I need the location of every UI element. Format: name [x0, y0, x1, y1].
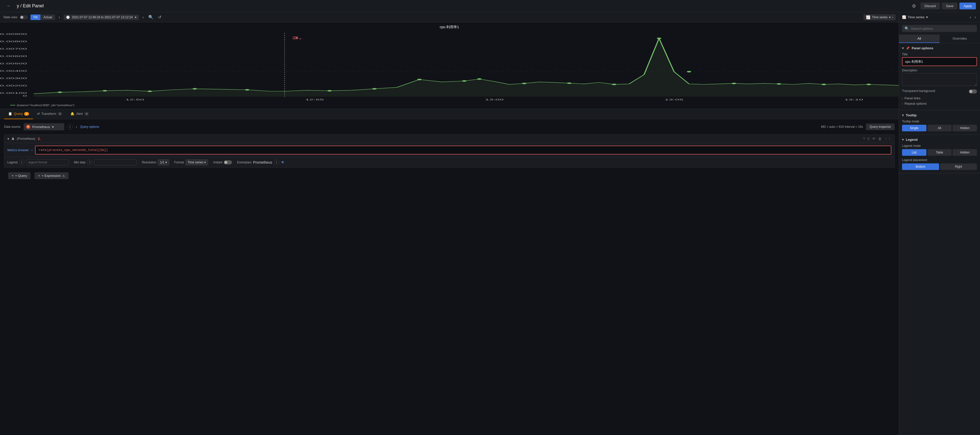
min-step-input[interactable] — [94, 159, 137, 166]
panel-nav-prev[interactable]: ‹ — [969, 14, 972, 21]
eye-icon2[interactable]: 👁 — [281, 160, 285, 164]
tab-transform[interactable]: ⇄ Transform 0 — [33, 109, 67, 119]
metrics-browser-link[interactable]: Metrics browser — [7, 148, 29, 152]
fill-button[interactable]: Fill — [30, 14, 40, 20]
svg-text:0.00900: 0.00900 — [0, 33, 27, 35]
resolution-select[interactable]: 1/1 ▾ — [158, 159, 169, 166]
legend-hidden-btn[interactable]: Hidden — [953, 149, 977, 156]
time-nav-prev[interactable]: ‹ — [58, 14, 61, 21]
instant-label: Instant — [213, 161, 222, 164]
chart-svg: 0.00900 0.00800 0.00700 0.00600 0.00500 … — [0, 30, 899, 99]
format-select[interactable]: Time series ▾ — [185, 159, 208, 166]
time-range-picker[interactable]: 🕐 2021-07-07 12:46:24 to 2021-07-07 13:1… — [64, 14, 139, 20]
datasource-select[interactable]: P Prometheus ▾ — [24, 123, 64, 130]
panel-links-row[interactable]: › Panel links — [902, 96, 977, 100]
time-nav-next[interactable]: › — [142, 14, 145, 21]
resolution-label: Resolution — [142, 161, 156, 164]
repeat-options-row[interactable]: › Repeat options — [902, 102, 977, 105]
add-expression-button[interactable]: + + Expression ⚠ — [35, 172, 68, 179]
header-left: ← y / Edit Panel — [4, 2, 44, 10]
panel-links-label: Panel links — [905, 96, 921, 100]
tab-all[interactable]: All — [899, 35, 940, 43]
query-inspector-button[interactable]: Query inspector — [866, 123, 895, 130]
search-icon: 🔍 — [905, 26, 909, 30]
search-box: 🔍 — [902, 25, 977, 32]
chevron-right-icon: › — [892, 16, 893, 19]
tab-query[interactable]: 📋 Query 1 — [4, 109, 33, 119]
viz-label-right: Time series — [908, 15, 924, 19]
query-datasource: (Prometheus) — [17, 137, 35, 140]
help-icon[interactable]: ? — [863, 137, 865, 141]
legend-info-btn[interactable]: i — [19, 159, 25, 165]
tooltip-single-btn[interactable]: Single — [902, 125, 926, 131]
legend-input[interactable] — [26, 159, 69, 166]
actual-button[interactable]: Actual — [40, 14, 55, 20]
legend-list-btn[interactable]: List — [902, 149, 926, 156]
info-button[interactable]: i — [67, 124, 73, 129]
query-number: 2. — [38, 137, 41, 141]
alert-icon: 🔔 — [70, 112, 75, 116]
apply-button[interactable]: Apply — [959, 3, 976, 10]
legend-right-btn[interactable]: Right — [940, 163, 977, 170]
instant-toggle[interactable] — [224, 160, 232, 164]
settings-button[interactable]: ⚙ — [909, 2, 918, 10]
tab-overrides[interactable]: Overrides — [940, 35, 980, 43]
viz-selector-right[interactable]: 📈 Time series ▾ — [902, 15, 928, 19]
zoom-out-icon[interactable]: 🔍 — [147, 14, 154, 21]
save-button[interactable]: Save — [942, 3, 958, 10]
plus-icon2: + — [38, 174, 40, 178]
svg-text:0.00600: 0.00600 — [0, 55, 27, 57]
exemplars-info-btn[interactable]: i — [274, 159, 279, 165]
panel-nav-next[interactable]: › — [974, 14, 977, 21]
tab-alert-label: Alert — [76, 112, 83, 116]
search-input[interactable] — [911, 27, 974, 30]
transparent-bg-toggle[interactable] — [969, 89, 977, 94]
prometheus-icon: P — [26, 125, 30, 129]
repeat-options-arrow: › — [902, 102, 903, 105]
refresh-icon[interactable]: ↺ — [157, 14, 162, 21]
query-icon: 📋 — [8, 112, 12, 116]
legend-table-btn[interactable]: Table — [928, 149, 952, 156]
chart-toolbar: Table view Fill Actual ‹ 🕐 2021-07-07 12… — [0, 12, 899, 22]
tooltip-collapse-arrow[interactable]: ▾ — [902, 113, 904, 117]
time-range-text: 2021-07-07 12:46:24 to 2021-07-07 13:12:… — [72, 16, 133, 19]
min-step-info-btn[interactable]: i — [87, 159, 92, 165]
query-options-link[interactable]: Query options — [80, 125, 99, 129]
transparent-bg-row: Transparent background — [902, 89, 977, 94]
legend-collapse-arrow[interactable]: ▾ — [902, 138, 904, 142]
metrics-arrow: › — [32, 148, 32, 152]
delete-icon[interactable]: 🗑 — [878, 137, 882, 141]
transform-icon: ⇄ — [37, 112, 40, 116]
collapse-icon[interactable]: ▾ — [7, 137, 9, 141]
back-button[interactable]: ← — [4, 2, 14, 10]
format-label: Format — [174, 161, 184, 164]
tooltip-all-btn[interactable]: All — [928, 125, 952, 131]
bottom-action-row: + + Query + + Expression ⚠ — [4, 170, 895, 182]
tab-query-label: Query — [14, 112, 22, 116]
drag-icon[interactable]: ⋮⋮ — [884, 137, 891, 141]
collapse-arrow[interactable]: ▾ — [902, 46, 904, 50]
query-input[interactable]: rate(process_cpu_seconds_total[1m]) — [35, 146, 891, 155]
add-query-button[interactable]: + + Query — [8, 172, 30, 179]
query-row-actions: ? ⎘ 👁 🗑 ⋮⋮ — [863, 137, 891, 141]
discard-button[interactable]: Discard — [921, 3, 940, 10]
title-input[interactable] — [902, 57, 977, 66]
legend-field-group: Legend i — [7, 159, 69, 166]
clock-icon: 🕐 — [66, 16, 70, 19]
tab-alert[interactable]: 🔔 Alert 0 — [66, 109, 93, 119]
plus-icon: + — [12, 174, 14, 178]
main-layout: Table view Fill Actual ‹ 🕐 2021-07-07 12… — [0, 12, 980, 435]
tooltip-hidden-btn[interactable]: Hidden — [953, 125, 977, 131]
eye-icon[interactable]: 👁 — [872, 137, 876, 141]
legend-bottom-btn[interactable]: Bottom — [902, 163, 939, 170]
datasource-row: Data source P Prometheus ▾ i › Query opt… — [4, 121, 895, 132]
fill-actual-group: Fill Actual — [30, 14, 55, 20]
copy-icon[interactable]: ⎘ — [867, 137, 870, 141]
svg-text:0.00500: 0.00500 — [0, 62, 27, 65]
viz-selector[interactable]: 📈 Time series ▾ › — [864, 14, 896, 20]
description-input[interactable] — [902, 73, 977, 86]
table-view-toggle[interactable] — [20, 15, 28, 19]
repeat-options-label: Repeat options — [905, 102, 927, 105]
svg-text:0.00100: 0.00100 — [0, 91, 27, 94]
query-row-a: ▾ A (Prometheus) 2. ? ⎘ 👁 🗑 ⋮⋮ M — [4, 134, 895, 168]
